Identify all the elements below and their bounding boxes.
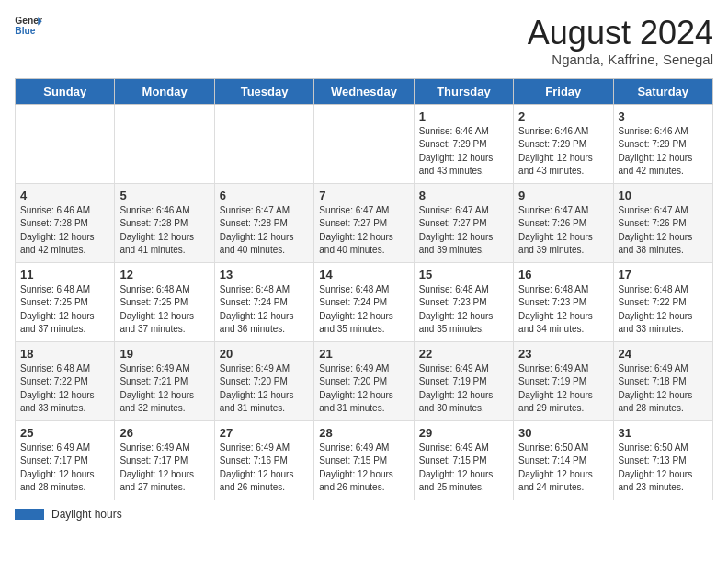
cell-info: Sunrise: 6:48 AMSunset: 7:23 PMDaylight:… [419,283,508,337]
day-of-week-header: Friday [514,78,613,104]
day-number: 4 [20,189,109,202]
calendar-week-row: 11Sunrise: 6:48 AMSunset: 7:25 PMDayligh… [16,262,713,341]
page-title: August 2024 [528,15,713,52]
day-number: 7 [319,189,408,202]
days-of-week-row: SundayMondayTuesdayWednesdayThursdayFrid… [16,78,713,104]
cell-info: Sunrise: 6:46 AMSunset: 7:29 PMDaylight:… [518,125,608,178]
calendar-week-row: 25Sunrise: 6:49 AMSunset: 7:17 PMDayligh… [16,420,713,500]
day-number: 21 [319,347,408,361]
calendar-week-row: 18Sunrise: 6:48 AMSunset: 7:22 PMDayligh… [16,341,713,420]
page-subtitle: Nganda, Kaffrine, Senegal [528,52,713,67]
calendar-table: SundayMondayTuesdayWednesdayThursdayFrid… [15,78,713,500]
calendar-cell: 19Sunrise: 6:49 AMSunset: 7:21 PMDayligh… [115,341,214,420]
daylight-legend-label: Daylight hours [51,508,122,521]
day-of-week-header: Thursday [414,78,513,104]
day-number: 24 [619,347,708,361]
calendar-cell [115,104,214,183]
cell-info: Sunrise: 6:49 AMSunset: 7:15 PMDaylight:… [319,442,408,495]
cell-info: Sunrise: 6:46 AMSunset: 7:29 PMDaylight:… [419,125,508,178]
cell-info: Sunrise: 6:48 AMSunset: 7:25 PMDaylight:… [20,283,109,337]
calendar-cell: 28Sunrise: 6:49 AMSunset: 7:15 PMDayligh… [314,420,414,500]
calendar-cell: 11Sunrise: 6:48 AMSunset: 7:25 PMDayligh… [16,262,115,341]
day-number: 20 [220,347,309,361]
cell-info: Sunrise: 6:48 AMSunset: 7:25 PMDaylight:… [119,283,209,337]
cell-info: Sunrise: 6:49 AMSunset: 7:19 PMDaylight:… [419,362,508,416]
calendar-cell: 22Sunrise: 6:49 AMSunset: 7:19 PMDayligh… [414,341,513,420]
calendar-cell: 9Sunrise: 6:47 AMSunset: 7:26 PMDaylight… [514,183,613,262]
calendar-cell: 15Sunrise: 6:48 AMSunset: 7:23 PMDayligh… [414,262,513,341]
day-number: 14 [319,268,408,282]
calendar-cell: 4Sunrise: 6:46 AMSunset: 7:28 PMDaylight… [16,183,115,262]
day-of-week-header: Tuesday [214,78,313,104]
cell-info: Sunrise: 6:49 AMSunset: 7:17 PMDaylight:… [20,442,109,495]
logo-icon: General Blue [15,15,42,35]
day-number: 5 [119,189,209,202]
calendar-cell: 26Sunrise: 6:49 AMSunset: 7:17 PMDayligh… [115,420,214,500]
day-number: 9 [518,189,608,202]
calendar-cell: 25Sunrise: 6:49 AMSunset: 7:17 PMDayligh… [16,420,115,500]
cell-info: Sunrise: 6:48 AMSunset: 7:24 PMDaylight:… [319,283,408,337]
calendar-cell: 29Sunrise: 6:49 AMSunset: 7:15 PMDayligh… [414,420,513,500]
calendar-week-row: 1Sunrise: 6:46 AMSunset: 7:29 PMDaylight… [16,104,713,183]
calendar-cell [214,104,313,183]
cell-info: Sunrise: 6:50 AMSunset: 7:13 PMDaylight:… [619,442,708,495]
cell-info: Sunrise: 6:49 AMSunset: 7:15 PMDaylight:… [419,442,508,495]
day-number: 6 [220,189,309,202]
calendar-cell: 16Sunrise: 6:48 AMSunset: 7:23 PMDayligh… [514,262,613,341]
day-number: 23 [518,347,608,361]
calendar-cell: 30Sunrise: 6:50 AMSunset: 7:14 PMDayligh… [514,420,613,500]
day-number: 2 [518,109,608,123]
day-number: 1 [419,109,508,123]
calendar-cell: 17Sunrise: 6:48 AMSunset: 7:22 PMDayligh… [613,262,712,341]
calendar-cell: 20Sunrise: 6:49 AMSunset: 7:20 PMDayligh… [214,341,313,420]
day-number: 16 [518,268,608,282]
calendar-cell: 13Sunrise: 6:48 AMSunset: 7:24 PMDayligh… [214,262,313,341]
calendar-cell [16,104,115,183]
cell-info: Sunrise: 6:48 AMSunset: 7:23 PMDaylight:… [518,283,608,337]
day-number: 25 [20,426,109,440]
day-of-week-header: Saturday [613,78,712,104]
logo: General Blue [15,15,42,35]
calendar-cell: 12Sunrise: 6:48 AMSunset: 7:25 PMDayligh… [115,262,214,341]
day-number: 19 [119,347,209,361]
calendar-cell: 7Sunrise: 6:47 AMSunset: 7:27 PMDaylight… [314,183,414,262]
day-number: 12 [119,268,209,282]
day-number: 11 [20,268,109,282]
daylight-legend-color [15,509,44,520]
day-number: 8 [419,189,508,202]
calendar-cell: 24Sunrise: 6:49 AMSunset: 7:18 PMDayligh… [613,341,712,420]
calendar-cell: 27Sunrise: 6:49 AMSunset: 7:16 PMDayligh… [214,420,313,500]
calendar-cell: 14Sunrise: 6:48 AMSunset: 7:24 PMDayligh… [314,262,414,341]
cell-info: Sunrise: 6:48 AMSunset: 7:22 PMDaylight:… [20,362,109,416]
calendar-cell: 3Sunrise: 6:46 AMSunset: 7:29 PMDaylight… [613,104,712,183]
cell-info: Sunrise: 6:49 AMSunset: 7:18 PMDaylight:… [619,362,708,416]
day-number: 28 [319,426,408,440]
calendar-cell: 18Sunrise: 6:48 AMSunset: 7:22 PMDayligh… [16,341,115,420]
cell-info: Sunrise: 6:50 AMSunset: 7:14 PMDaylight:… [518,442,608,495]
cell-info: Sunrise: 6:47 AMSunset: 7:27 PMDaylight:… [419,204,508,258]
calendar-cell: 5Sunrise: 6:46 AMSunset: 7:28 PMDaylight… [115,183,214,262]
svg-text:Blue: Blue [15,26,36,35]
calendar-cell: 8Sunrise: 6:47 AMSunset: 7:27 PMDaylight… [414,183,513,262]
day-number: 18 [20,347,109,361]
cell-info: Sunrise: 6:47 AMSunset: 7:26 PMDaylight:… [518,204,608,258]
cell-info: Sunrise: 6:46 AMSunset: 7:28 PMDaylight:… [119,204,209,258]
cell-info: Sunrise: 6:49 AMSunset: 7:16 PMDaylight:… [220,442,309,495]
calendar-cell [314,104,414,183]
title-area: August 2024 Nganda, Kaffrine, Senegal [528,15,713,67]
cell-info: Sunrise: 6:46 AMSunset: 7:28 PMDaylight:… [20,204,109,258]
day-number: 31 [619,426,708,440]
calendar-cell: 1Sunrise: 6:46 AMSunset: 7:29 PMDaylight… [414,104,513,183]
cell-info: Sunrise: 6:47 AMSunset: 7:26 PMDaylight:… [619,204,708,258]
day-number: 27 [220,426,309,440]
day-number: 30 [518,426,608,440]
cell-info: Sunrise: 6:46 AMSunset: 7:29 PMDaylight:… [619,125,708,178]
cell-info: Sunrise: 6:49 AMSunset: 7:21 PMDaylight:… [119,362,209,416]
calendar-cell: 2Sunrise: 6:46 AMSunset: 7:29 PMDaylight… [514,104,613,183]
calendar-cell: 23Sunrise: 6:49 AMSunset: 7:19 PMDayligh… [514,341,613,420]
cell-info: Sunrise: 6:49 AMSunset: 7:19 PMDaylight:… [518,362,608,416]
calendar-cell: 10Sunrise: 6:47 AMSunset: 7:26 PMDayligh… [613,183,712,262]
calendar-cell: 21Sunrise: 6:49 AMSunset: 7:20 PMDayligh… [314,341,414,420]
day-number: 3 [619,109,708,123]
calendar-cell: 6Sunrise: 6:47 AMSunset: 7:28 PMDaylight… [214,183,313,262]
